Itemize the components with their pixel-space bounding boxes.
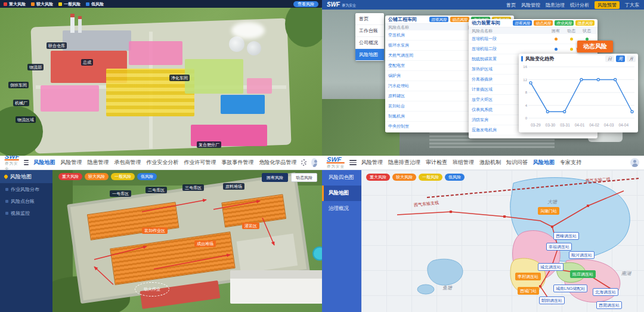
zone-label[interactable]: 原料堆场 <box>223 183 244 190</box>
main-nav-item[interactable]: 专家支持 <box>560 159 581 166</box>
chart-range-pill[interactable]: 月 <box>627 55 636 62</box>
sidebar-item[interactable]: 治理概况 <box>322 201 361 217</box>
legend-pill[interactable]: 低风险 <box>137 173 157 180</box>
risk-point-link[interactable]: 天然气调压间 <box>388 52 465 58</box>
quick-menu-item[interactable]: 公司概况 <box>355 37 384 49</box>
risk-point-link[interactable]: 空压机房 <box>388 32 465 38</box>
risk-type-pill[interactable]: 隐患风险 <box>575 20 595 26</box>
risk-point-link[interactable]: 循环水泵房 <box>388 42 465 48</box>
station-label[interactable]: 陈庄调压站 <box>570 270 596 278</box>
risk-type-pill[interactable]: 固有风险 <box>429 17 448 22</box>
zone-label[interactable]: 一号库区 <box>110 190 131 197</box>
top-nav-item[interactable]: 首页 <box>506 2 516 8</box>
risk-point-link[interactable]: 原料罐区 <box>388 93 465 99</box>
sidebar-item[interactable]: 风险点台账 <box>0 195 52 207</box>
main-nav-item[interactable]: 激励机制 <box>479 159 501 166</box>
chart-range-pill[interactable]: 周 <box>616 55 625 62</box>
main-nav-item[interactable]: 审计检查 <box>426 159 447 166</box>
risk-point-link[interactable]: 制氮机房 <box>388 113 465 119</box>
main-nav-item[interactable]: 承包商管理 <box>114 159 141 166</box>
building-label[interactable]: 复合肥分厂 <box>197 141 221 148</box>
sidebar-item[interactable]: 作业风险分布 <box>0 183 52 195</box>
main-nav-item[interactable]: 作业许可管理 <box>184 159 216 166</box>
station-label[interactable]: 顺河调压站 <box>569 251 595 259</box>
main-nav-item[interactable]: 风险地图 <box>533 159 555 166</box>
sidebar-item[interactable]: 风险地图 <box>322 186 361 201</box>
station-label[interactable]: 西苑调压站 <box>596 301 622 309</box>
main-nav-item[interactable]: 风险地图 <box>33 159 55 166</box>
main-nav-item[interactable]: 知识问答 <box>506 159 528 166</box>
hot-work-zone-marker[interactable]: 动火作业 <box>135 282 169 296</box>
risk-point-link[interactable]: 装卸站台 <box>388 103 465 109</box>
avatar[interactable] <box>630 158 639 167</box>
station-label[interactable]: 兴隆门站 <box>538 207 559 215</box>
legend-pill[interactable]: 低风险 <box>445 174 465 181</box>
main-nav-item[interactable]: 班组管理 <box>453 159 474 166</box>
main-nav-item[interactable]: 风险管理 <box>60 159 82 166</box>
risk-type-pill[interactable]: 固有风险 <box>513 20 532 26</box>
main-nav-item[interactable]: 风险管理 <box>361 159 383 166</box>
quick-menu-item[interactable]: 风险地图 <box>355 49 384 61</box>
area-label[interactable]: 成品堆场 <box>194 240 216 247</box>
hamburger-icon[interactable] <box>349 160 357 165</box>
station-label[interactable]: 西疃调压站 <box>553 232 579 240</box>
avatar[interactable] <box>311 158 317 167</box>
top-nav-item[interactable]: 隐患治理 <box>546 2 565 8</box>
building-label[interactable]: 倒班车间 <box>8 82 29 88</box>
top-nav-item[interactable]: 丁大东 <box>625 2 639 8</box>
legend-pill[interactable]: 较大风险 <box>85 173 109 180</box>
legend-pill[interactable]: 较大风险 <box>392 174 416 181</box>
risk-point-link[interactable]: 锅炉房 <box>388 73 465 79</box>
building-label[interactable]: 净化车间 <box>169 75 190 81</box>
top-nav-item[interactable]: 风险管控 <box>521 2 540 8</box>
risk-mode-button[interactable]: 固有风险 <box>262 173 288 182</box>
risk-point-link[interactable]: 变配电室 <box>388 63 465 69</box>
regional-map[interactable]: 重大风险 较大风险 一般风险 低风险 兴隆门站 西疃调压站 幸福调压站 顺河调压… <box>361 170 644 312</box>
risk-type-pill[interactable]: 动态风险 <box>534 20 553 26</box>
main-nav-item[interactable]: 事故事件管理 <box>221 159 253 166</box>
top-nav-item[interactable]: 统计分析 <box>570 2 589 8</box>
risk-type-pill[interactable]: 动态风险 <box>450 17 469 22</box>
legend-pill[interactable]: 一般风险 <box>111 173 135 180</box>
area-label[interactable]: 装卸作业区 <box>142 227 168 234</box>
main-nav-item[interactable]: 危险化学品管理 <box>259 159 296 166</box>
risk-point-link[interactable]: 压缩机组一段 <box>472 36 548 42</box>
risk-point-link[interactable]: 压缩机组二段 <box>472 46 548 52</box>
quick-menu-item[interactable]: 首页 <box>355 13 384 25</box>
station-label[interactable]: 西城门站 <box>518 287 539 295</box>
sidebar-item[interactable]: 风险四色图 <box>322 170 361 186</box>
station-label[interactable]: 朝阳调压站 <box>539 296 565 304</box>
main-nav-item[interactable]: 隐患管理 <box>87 159 109 166</box>
site-3d-map[interactable]: 重大风险 较大风险 一般风险 低风险 固有风险 动态风险 <box>52 170 322 312</box>
main-nav-item[interactable]: 隐患排查治理 <box>388 159 420 166</box>
station-label[interactable]: 城南LNG储配站 <box>553 285 587 292</box>
zone-label[interactable]: 三号库区 <box>182 184 204 191</box>
risk-mode-button[interactable]: 动态风险 <box>291 173 317 182</box>
building-label[interactable]: 机械厂 <box>13 100 29 106</box>
plant-3d-scene[interactable]: 联合仓库 物流部 总成 净化车间 倒班车间 机械厂 物流区域 复合肥分厂 <box>0 8 322 156</box>
legend-pill[interactable]: 一般风险 <box>419 174 442 181</box>
risk-point-link[interactable]: 污水处理站 <box>388 83 465 89</box>
view-risk-button[interactable]: 查看风险 <box>293 1 318 7</box>
sidebar-item[interactable]: 视频监控 <box>0 207 52 219</box>
station-label[interactable]: 城北调压站 <box>538 263 564 271</box>
station-label[interactable]: 幸福调压站 <box>546 243 572 251</box>
gear-icon[interactable] <box>301 159 306 166</box>
station-label[interactable]: 李村调压站 <box>515 273 541 280</box>
legend-pill[interactable]: 重大风险 <box>366 174 390 181</box>
main-nav-item[interactable]: 作业安全分析 <box>146 159 178 166</box>
station-label[interactable]: 北海调压站 <box>593 288 618 296</box>
building-label[interactable]: 物流部 <box>27 64 44 70</box>
building-label[interactable]: 联合仓库 <box>47 42 67 49</box>
chart-range-pill[interactable]: 日 <box>605 55 614 62</box>
risk-type-pill[interactable]: 作业风险 <box>555 20 574 26</box>
risk-point-link[interactable]: 中央控制室 <box>388 123 465 129</box>
legend-pill[interactable]: 重大风险 <box>58 173 82 180</box>
building-label[interactable]: 总成 <box>81 59 93 66</box>
top-nav-item[interactable]: 风险预警 <box>595 1 620 9</box>
area-label[interactable]: 灌装区 <box>242 223 259 229</box>
sidebar-title[interactable]: 风险地图 <box>0 170 52 183</box>
building-label[interactable]: 物流区域 <box>16 116 36 123</box>
quick-menu-item[interactable]: 工作台账 <box>355 25 384 37</box>
hamburger-icon[interactable] <box>24 160 29 165</box>
